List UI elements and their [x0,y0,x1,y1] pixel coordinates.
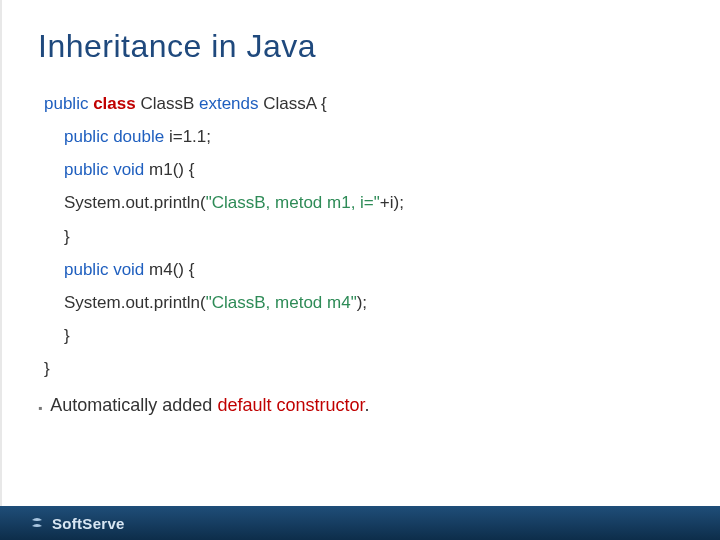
string-literal-2: "ClassB, metod m4" [206,293,357,312]
text-m4: m4() { [144,260,194,279]
footer-bar: SoftServe [0,506,720,540]
text-println: System.out.println( [64,193,206,212]
string-literal-1: "ClassB, metod m1, i=" [206,193,380,212]
code-line-8: } [44,319,684,352]
bullet-item: ▪ Automatically added default constructo… [38,395,684,421]
bullet-part-b: default constructor [217,395,364,415]
page-title: Inheritance in Java [38,28,684,65]
text-ivar: i=1.1; [164,127,211,146]
text-paren: ); [357,293,367,312]
keyword-public: public [44,94,93,113]
code-line-9: } [44,352,684,385]
logo-icon [28,514,46,532]
keyword-public-double: public double [64,127,164,146]
bullet-marker: ▪ [38,395,42,421]
text-classa: ClassA { [259,94,327,113]
code-line-1: public class ClassB extends ClassA { [44,87,684,120]
slide-body: Inheritance in Java public class ClassB … [0,0,720,540]
keyword-class: class [93,94,136,113]
keyword-public-void: public void [64,160,144,179]
code-line-5: } [44,220,684,253]
code-line-6: public void m4() { [44,253,684,286]
code-line-7: System.out.println("ClassB, metod m4"); [44,286,684,319]
bullet-part-a: Automatically added [50,395,217,415]
text-classb: ClassB [136,94,199,113]
bullet-part-c: . [364,395,369,415]
code-line-3: public void m1() { [44,153,684,186]
text-plusi: +i); [380,193,404,212]
code-line-2: public double i=1.1; [44,120,684,153]
code-block: public class ClassB extends ClassA { pub… [38,87,684,385]
text-println-2: System.out.println( [64,293,206,312]
code-line-4: System.out.println("ClassB, metod m1, i=… [44,186,684,219]
keyword-extends: extends [199,94,259,113]
keyword-public-void-2: public void [64,260,144,279]
bullet-text: Automatically added default constructor. [50,395,369,416]
logo-text: SoftServe [52,515,125,532]
text-m1: m1() { [144,160,194,179]
